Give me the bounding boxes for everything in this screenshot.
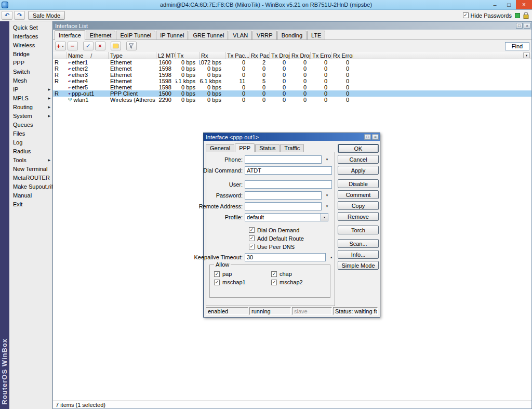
maximize-icon[interactable]: □: [516, 23, 523, 29]
sidebar-item-quick-set[interactable]: Quick Set: [9, 23, 52, 32]
profile-combo-arrow-icon[interactable]: ▼: [321, 214, 328, 221]
sidebar-item-metarouter[interactable]: MetaROUTER: [9, 173, 52, 182]
table-row-ether4[interactable]: R▴▾ether4Ethernet159875.1 kbps6.1 kbps11…: [53, 78, 531, 84]
phone-dropdown-icon[interactable]: ▼: [324, 156, 330, 163]
column-header-tx-pac[interactable]: Tx Pac...: [225, 52, 249, 59]
simple-mode-button[interactable]: Simple Mode: [338, 261, 379, 270]
sidebar-item-manual[interactable]: Manual: [9, 191, 52, 200]
dialog-tab-status[interactable]: Status: [255, 144, 280, 152]
column-header-flags[interactable]: [53, 52, 66, 59]
column-select-dropdown-icon[interactable]: ▼: [523, 52, 530, 58]
disable-button[interactable]: ×: [95, 42, 105, 50]
user-input[interactable]: [245, 180, 332, 189]
sidebar-item-queues[interactable]: Queues: [9, 120, 52, 129]
sidebar-item-routing[interactable]: Routing▶: [9, 102, 52, 111]
sidebar-item-ppp[interactable]: PPP: [9, 58, 52, 67]
interface-list-titlebar[interactable]: Interface List □ ×: [53, 22, 531, 30]
sidebar-item-switch[interactable]: Switch: [9, 67, 52, 76]
close-icon[interactable]: ×: [372, 134, 379, 140]
tab-vrrp[interactable]: VRRP: [252, 31, 277, 39]
dialog-tab-general[interactable]: General: [206, 144, 234, 152]
column-header-tx-drops[interactable]: Tx Drops: [270, 52, 290, 59]
dial-on-demand-checkbox[interactable]: ✓: [249, 227, 255, 233]
column-header-type[interactable]: Type: [109, 52, 156, 59]
table-row-ether2[interactable]: R▴▾ether2Ethernet15980 bps0 bps000000: [53, 65, 531, 72]
hide-passwords-toggle[interactable]: ✓ Hide Passwords: [463, 12, 512, 19]
close-icon[interactable]: ×: [516, 0, 532, 9]
remote-address-dropdown-icon[interactable]: ▼: [324, 203, 330, 210]
add-default-route-checkbox[interactable]: ✓: [249, 235, 255, 241]
table-row-wlan1[interactable]: Ψwlan1Wireless (Atheros 11N)22900 bps0 b…: [53, 97, 531, 103]
sidebar-item-new-terminal[interactable]: New Terminal: [9, 164, 52, 173]
password-dropdown-icon[interactable]: ▼: [324, 192, 330, 199]
sidebar-item-mesh[interactable]: Mesh: [9, 76, 52, 85]
table-row-ether1[interactable]: R▴▾ether1Ethernet16000 bps1072 bps020000: [53, 59, 531, 65]
keepalive-timeout-input[interactable]: 30: [245, 253, 326, 261]
hide-passwords-checkbox[interactable]: ✓: [463, 12, 469, 18]
forward-icon[interactable]: ↷: [14, 11, 25, 20]
pap-checkbox[interactable]: ✓: [214, 271, 220, 277]
column-header-rx-drops[interactable]: Rx Drops: [290, 52, 311, 59]
sidebar-item-tools[interactable]: Tools▶: [9, 155, 52, 164]
mschap1-checkbox[interactable]: ✓: [214, 280, 220, 285]
profile-select[interactable]: default ▼: [245, 213, 328, 221]
column-header-l2-mtu[interactable]: L2 MTU: [156, 52, 176, 59]
sidebar-item-make-supout-rif[interactable]: Make Supout.rif: [9, 182, 52, 191]
disable-button[interactable]: Disable: [338, 179, 379, 188]
minimize-icon[interactable]: –: [488, 0, 502, 9]
column-header-tx[interactable]: Tx: [176, 52, 200, 59]
maximize-icon[interactable]: □: [502, 0, 516, 9]
remote-address-input[interactable]: [245, 202, 322, 210]
sidebar-item-interfaces[interactable]: Interfaces: [9, 32, 52, 41]
ok-button[interactable]: OK: [338, 144, 379, 153]
sidebar-item-exit[interactable]: Exit: [9, 200, 52, 208]
phone-input[interactable]: [245, 155, 322, 164]
sidebar-item-bridge[interactable]: Bridge: [9, 49, 52, 58]
dialog-tab-ppp[interactable]: PPP: [235, 143, 255, 152]
remove-button[interactable]: Remove: [338, 212, 379, 221]
comment-button[interactable]: [111, 42, 121, 50]
tab-vlan[interactable]: VLAN: [229, 31, 252, 39]
keepalive-up-arrow-icon[interactable]: ▲: [328, 254, 335, 261]
tab-bonding[interactable]: Bonding: [277, 31, 307, 39]
dialog-tab-traffic[interactable]: Traffic: [280, 144, 304, 152]
use-peer-dns-checkbox[interactable]: ✓: [249, 244, 255, 249]
enable-button[interactable]: ✓: [83, 42, 94, 50]
filter-button[interactable]: [126, 42, 137, 50]
column-header-name[interactable]: Name/: [66, 52, 109, 59]
column-header-rx[interactable]: Rx: [200, 52, 225, 59]
sidebar-item-system[interactable]: System▶: [9, 111, 52, 120]
column-header-rx-pac[interactable]: Rx Pac...: [249, 52, 270, 59]
safe-mode-button[interactable]: Safe Mode: [28, 11, 65, 20]
tab-ethernet[interactable]: Ethernet: [86, 31, 116, 39]
table-row-ether5[interactable]: ▴▾ether5Ethernet15980 bps0 bps000000: [53, 84, 531, 90]
password-input[interactable]: [245, 191, 322, 200]
apply-button[interactable]: Apply: [338, 166, 379, 175]
remove-button[interactable]: −: [68, 42, 78, 50]
sidebar-item-mpls[interactable]: MPLS▶: [9, 94, 52, 102]
torch-button[interactable]: Torch: [338, 226, 379, 234]
dialog-titlebar[interactable]: Interface <ppp-out1> □ ×: [204, 133, 380, 141]
scan-button[interactable]: Scan...: [338, 239, 379, 248]
tab-ip-tunnel[interactable]: IP Tunnel: [156, 31, 188, 39]
tab-interface[interactable]: Interface: [55, 30, 85, 40]
maximize-icon[interactable]: □: [364, 134, 371, 140]
find-button[interactable]: Find: [505, 42, 529, 50]
column-header-rx-errors[interactable]: Rx Errors: [331, 52, 353, 59]
sidebar-item-log[interactable]: Log: [9, 138, 52, 147]
back-icon[interactable]: ↶: [2, 11, 12, 20]
close-icon[interactable]: ×: [524, 23, 530, 29]
dial-command-input[interactable]: ATDT: [245, 166, 332, 175]
column-header-tx-errors[interactable]: Tx Errors: [311, 52, 331, 59]
sidebar-item-radius[interactable]: Radius: [9, 147, 52, 155]
table-row-ppp-out1[interactable]: R◂▸ppp-out1PPP Client15000 bps0 bps00000…: [53, 90, 531, 97]
info-button[interactable]: Info...: [338, 250, 379, 259]
cancel-button[interactable]: Cancel: [338, 155, 379, 164]
add-button[interactable]: + ▼: [55, 42, 66, 50]
tab-eoip-tunnel[interactable]: EoIP Tunnel: [116, 31, 155, 39]
mschap2-checkbox[interactable]: ✓: [271, 280, 277, 285]
copy-button[interactable]: Copy: [338, 201, 379, 210]
sidebar-item-files[interactable]: Files: [9, 129, 52, 138]
table-row-ether3[interactable]: R▴▾ether3Ethernet15980 bps0 bps000000: [53, 72, 531, 78]
sidebar-item-wireless[interactable]: Wireless: [9, 41, 52, 49]
